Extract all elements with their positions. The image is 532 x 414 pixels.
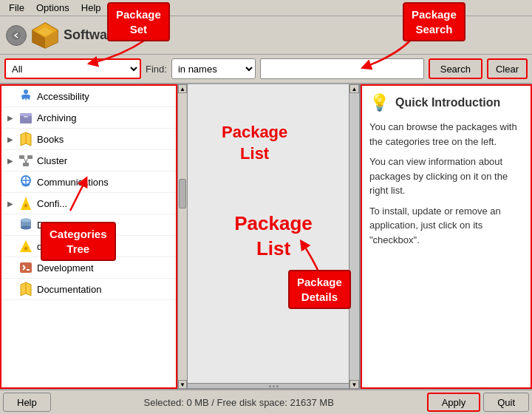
cat-comms-icon <box>18 174 34 190</box>
list-item[interactable]: ▶ Books <box>1 129 176 150</box>
apply-button[interactable]: Apply <box>427 393 481 412</box>
list-item[interactable]: ▶ Cluster <box>1 150 176 172</box>
expander-icon: ▶ <box>6 157 15 165</box>
svg-line-15 <box>24 159 26 163</box>
list-item[interactable]: Communications <box>1 172 176 193</box>
clear-button[interactable]: Clear <box>487 58 528 79</box>
cat-accessibility-icon <box>18 88 34 104</box>
svg-rect-8 <box>20 113 32 116</box>
cat-database-icon <box>18 217 34 233</box>
svg-point-25 <box>21 219 31 223</box>
menu-options[interactable]: Options <box>30 1 75 15</box>
svg-point-0 <box>12 31 21 40</box>
svg-rect-9 <box>24 116 28 118</box>
package-list-scrollbar[interactable]: ▲ ▼ <box>349 84 359 389</box>
quick-intro-title: Quick Introduction <box>395 96 500 109</box>
search-input[interactable] <box>260 58 424 79</box>
back-button[interactable] <box>6 25 27 46</box>
cat-books-icon <box>18 131 34 147</box>
scroll-down-btn[interactable]: ▼ <box>178 380 187 389</box>
menu-file[interactable]: File <box>3 1 30 15</box>
cat-label: Books <box>37 134 64 145</box>
splitter <box>188 383 359 389</box>
list-item[interactable]: Development <box>1 257 176 279</box>
list-item[interactable]: Documentation <box>1 279 176 300</box>
cat-label: Communications <box>37 177 109 188</box>
find-label: Find: <box>146 64 167 75</box>
find-in-dropdown[interactable]: in names in descriptions in files <box>171 58 256 79</box>
categories-scrollbar[interactable]: ▲ ▼ <box>177 84 188 389</box>
statusbar: Help Selected: 0 MB / Free disk space: 2… <box>0 389 532 414</box>
svg-rect-28 <box>20 262 32 273</box>
svg-rect-12 <box>19 155 24 159</box>
right-panel: 💡 Quick Introduction You can browse the … <box>361 84 532 389</box>
list-item[interactable]: Accessibility <box>1 86 176 107</box>
scroll-up-btn[interactable]: ▲ <box>178 84 187 93</box>
categories-tree: Accessibility ▶ Archiving ▶ <box>0 84 177 389</box>
cat-label: Confi... <box>37 198 67 209</box>
list-item[interactable]: ▶ Archiving <box>1 107 176 129</box>
svg-rect-13 <box>27 155 33 159</box>
expander-icon: ▶ <box>6 114 15 122</box>
expander-icon: ▶ <box>6 135 15 143</box>
list-item[interactable]: Datab... <box>1 214 176 236</box>
cat-label: Documentation <box>37 284 101 295</box>
list-item[interactable]: ▶ ★ Confi... <box>1 193 176 214</box>
package-list-label: Package List <box>234 211 313 262</box>
svg-text:★: ★ <box>23 245 29 252</box>
app-logo <box>31 21 59 50</box>
expander-icon: ▶ <box>6 200 15 208</box>
bulb-icon: 💡 <box>369 93 389 112</box>
package-set-dropdown[interactable]: All <box>4 58 141 79</box>
svg-line-16 <box>26 159 27 163</box>
cat-label: Accessibility <box>37 91 89 102</box>
svg-point-6 <box>24 89 28 94</box>
svg-point-24 <box>21 226 31 230</box>
package-details: 💡 Quick Introduction You can browse the … <box>361 84 532 389</box>
cat-label: Development <box>37 262 94 274</box>
quick-intro-header: 💡 Quick Introduction <box>369 93 523 112</box>
cat-label: Cluster <box>37 155 67 166</box>
cat-label: Datab... <box>37 220 71 231</box>
status-text: Selected: 0 MB / Free disk space: 21637 … <box>54 397 424 408</box>
scroll-track <box>178 93 187 380</box>
app-title: Software Ma <box>64 27 142 43</box>
search-button[interactable]: Search <box>429 58 482 79</box>
cat-config-icon: ★ <box>18 195 34 211</box>
help-button[interactable]: Help <box>3 393 51 412</box>
menu-help[interactable]: Help <box>75 1 107 15</box>
svg-rect-14 <box>23 163 29 166</box>
scroll-up-btn[interactable]: ▲ <box>349 84 359 93</box>
cat-dev2-icon <box>18 259 34 276</box>
scroll-thumb[interactable] <box>179 179 186 208</box>
svg-text:★: ★ <box>23 202 29 209</box>
cat-label: Archiving <box>37 112 76 123</box>
cat-cluster-icon <box>18 152 34 169</box>
cat-label: development <box>37 241 92 252</box>
scroll-down-btn[interactable]: ▼ <box>349 380 359 389</box>
package-list: Package List ▲ ▼ <box>188 84 361 389</box>
cat-archiving-icon <box>18 109 34 126</box>
cat-docs-icon <box>18 281 34 297</box>
intro-text-3: To install, update or remove an applicat… <box>369 204 523 248</box>
list-item[interactable]: ★ development <box>1 236 176 257</box>
intro-text-1: You can browse the packages with the cat… <box>369 120 523 149</box>
intro-text-2: You can view information about packages … <box>369 155 523 198</box>
cat-dev-icon: ★ <box>18 238 34 254</box>
quit-button[interactable]: Quit <box>483 393 529 412</box>
